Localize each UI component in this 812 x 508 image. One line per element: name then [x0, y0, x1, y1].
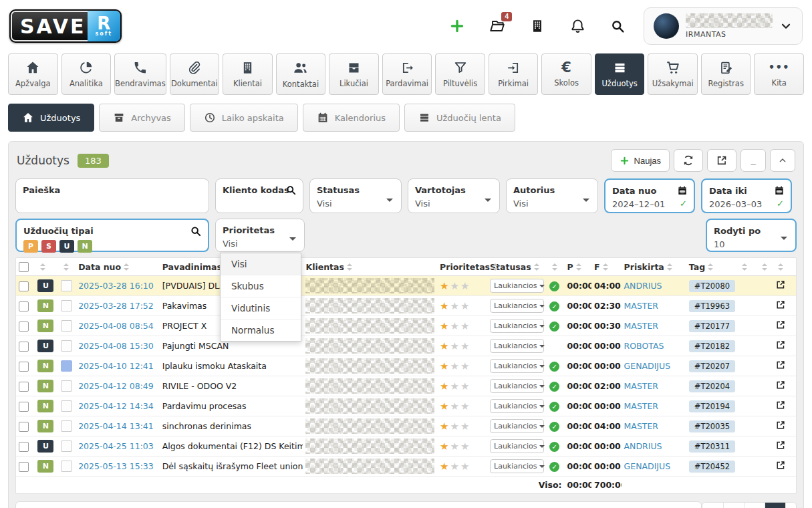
nav-tab-uzduotys[interactable]: Užduotys: [595, 53, 645, 95]
priority-stars[interactable]: ★★★: [440, 320, 470, 332]
page-2[interactable]: 2: [744, 503, 765, 508]
task-date-link[interactable]: 2025-03-28 16:10: [78, 281, 154, 291]
column-f[interactable]: F: [591, 258, 622, 276]
row-checkbox[interactable]: [19, 322, 29, 332]
color-cell[interactable]: [61, 360, 72, 372]
assignee-link[interactable]: GENADIJUS: [624, 361, 671, 371]
refresh-button[interactable]: [674, 149, 703, 172]
sort-type-column[interactable]: [35, 258, 57, 276]
priority-option-normalus[interactable]: Normalus: [221, 319, 301, 341]
select-all-checkbox[interactable]: [16, 258, 35, 276]
priority-stars[interactable]: ★★★: [440, 420, 470, 432]
sort-done-column[interactable]: [547, 258, 564, 276]
priority-stars[interactable]: ★★★: [440, 360, 470, 372]
color-cell[interactable]: [61, 340, 72, 352]
type-badge-p[interactable]: P: [23, 240, 38, 253]
nav-tab-analitika[interactable]: Analitika: [61, 53, 112, 95]
open-task-icon[interactable]: [775, 440, 786, 451]
sort-extra-column[interactable]: [757, 258, 773, 276]
row-checkbox[interactable]: [19, 382, 29, 392]
priority-filter-select[interactable]: Prioritetas Visi Visi Skubus Vidutinis N…: [215, 219, 305, 252]
column-assigned[interactable]: Priskirta: [622, 258, 686, 276]
new-task-button[interactable]: Naujas: [611, 149, 670, 172]
row-checkbox[interactable]: [19, 342, 29, 352]
status-dropdown[interactable]: Laukiancios: [490, 439, 544, 453]
color-cell[interactable]: [61, 380, 72, 392]
open-task-icon[interactable]: [775, 420, 786, 430]
row-checkbox[interactable]: [19, 362, 29, 372]
status-dropdown[interactable]: Laukiancios: [490, 359, 544, 373]
open-task-icon[interactable]: [775, 400, 786, 410]
priority-stars[interactable]: ★★★: [440, 380, 470, 392]
color-cell[interactable]: [61, 280, 72, 291]
priority-stars[interactable]: ★★★: [440, 440, 470, 453]
subnav-uzduotys[interactable]: Užduotys: [8, 104, 94, 132]
open-task-icon[interactable]: [775, 340, 786, 350]
create-new-button[interactable]: [448, 17, 466, 35]
nav-tab-dokumentai[interactable]: Dokumentai: [170, 53, 220, 95]
type-badge-u[interactable]: U: [59, 240, 74, 253]
date-to-input[interactable]: Data iki 2026–03–03 ✓: [701, 178, 792, 213]
column-tag[interactable]: Tag: [686, 258, 736, 276]
row-checkbox[interactable]: [19, 281, 29, 291]
page-size-select[interactable]: Rodyti po 10: [706, 219, 797, 252]
status-dropdown[interactable]: Laukiancios: [490, 279, 544, 293]
tag-badge[interactable]: #T20311: [689, 440, 735, 453]
nav-tab-kontaktai[interactable]: Kontaktai: [276, 53, 326, 95]
row-checkbox[interactable]: [19, 462, 29, 472]
status-dropdown[interactable]: Laukiancios: [490, 299, 544, 313]
task-date-link[interactable]: 2025-04-08 08:54: [78, 321, 154, 331]
priority-stars[interactable]: ★★★: [440, 300, 470, 312]
nav-tab-pardavimai[interactable]: Pardavimai: [382, 53, 432, 95]
color-cell[interactable]: [61, 400, 72, 412]
column-priority[interactable]: Prioritetas: [437, 258, 487, 276]
status-dropdown[interactable]: Laukiancios: [490, 399, 544, 413]
page-prev[interactable]: «: [702, 503, 723, 508]
search-input[interactable]: Paieška: [15, 178, 209, 213]
status-dropdown[interactable]: Laukiancios: [490, 459, 544, 473]
open-tasks-folder-button[interactable]: 4: [489, 17, 506, 35]
tag-badge[interactable]: #T20204: [689, 380, 735, 392]
minimize-button[interactable]: _: [740, 149, 766, 172]
assignee-link[interactable]: ANDRIUS: [624, 441, 662, 451]
color-cell[interactable]: [61, 440, 72, 452]
priority-option-vidutinis[interactable]: Vidutinis: [221, 297, 301, 319]
priority-stars[interactable]: ★★★: [440, 400, 470, 412]
page-1[interactable]: 1: [723, 503, 744, 508]
priority-option-skubus[interactable]: Skubus: [221, 275, 301, 297]
row-checkbox[interactable]: [19, 422, 29, 432]
subnav-kalendorius[interactable]: Kalendorius: [303, 104, 400, 132]
type-badge-n[interactable]: N: [78, 240, 92, 253]
tag-badge[interactable]: #T20194: [689, 400, 735, 412]
subnav-uzduociu-lenta[interactable]: Užduočių lenta: [404, 104, 515, 132]
open-in-new-button[interactable]: [707, 149, 736, 172]
task-date-link[interactable]: 2025-04-25 11:03: [78, 441, 154, 451]
column-client[interactable]: Klientas: [303, 258, 437, 276]
nav-tab-piltuvelis[interactable]: Piltuvėlis: [435, 53, 485, 95]
date-from-input[interactable]: Data nuo 2024–12–01 ✓: [604, 178, 695, 213]
task-date-link[interactable]: 2025-04-08 15:30: [78, 341, 154, 351]
priority-option-visi[interactable]: Visi: [221, 253, 301, 275]
company-registry-button[interactable]: [529, 17, 546, 35]
status-dropdown[interactable]: Laukiancios: [490, 339, 544, 353]
task-date-link[interactable]: 2025-03-28 17:52: [78, 301, 154, 311]
color-cell[interactable]: [61, 420, 72, 432]
assignee-link[interactable]: MASTER: [624, 301, 659, 311]
color-cell[interactable]: [61, 320, 72, 332]
nav-tab-pirkimai[interactable]: Pirkimai: [489, 53, 539, 95]
tag-badge[interactable]: #T20177: [689, 320, 735, 332]
collapse-button[interactable]: [770, 149, 795, 172]
task-date-link[interactable]: 2025-04-14 13:41: [78, 421, 154, 431]
task-date-link[interactable]: 2025-04-12 08:49: [78, 381, 154, 391]
nav-tab-registras[interactable]: Registras: [701, 53, 751, 95]
column-date[interactable]: Data nuo: [76, 258, 160, 276]
tag-badge[interactable]: #T20182: [689, 340, 735, 352]
priority-stars[interactable]: ★★★: [440, 280, 470, 292]
subnav-archyvas[interactable]: Archyvas: [99, 104, 184, 132]
column-p[interactable]: P: [564, 258, 591, 276]
tag-badge[interactable]: #T20452: [689, 461, 735, 473]
subnav-laiko-apskaita[interactable]: Laiko apskaita: [190, 104, 298, 132]
author-filter-select[interactable]: Autorius Visi: [506, 178, 598, 213]
assignee-link[interactable]: MASTER: [624, 421, 659, 431]
assignee-link[interactable]: ANDRIUS: [624, 281, 662, 291]
